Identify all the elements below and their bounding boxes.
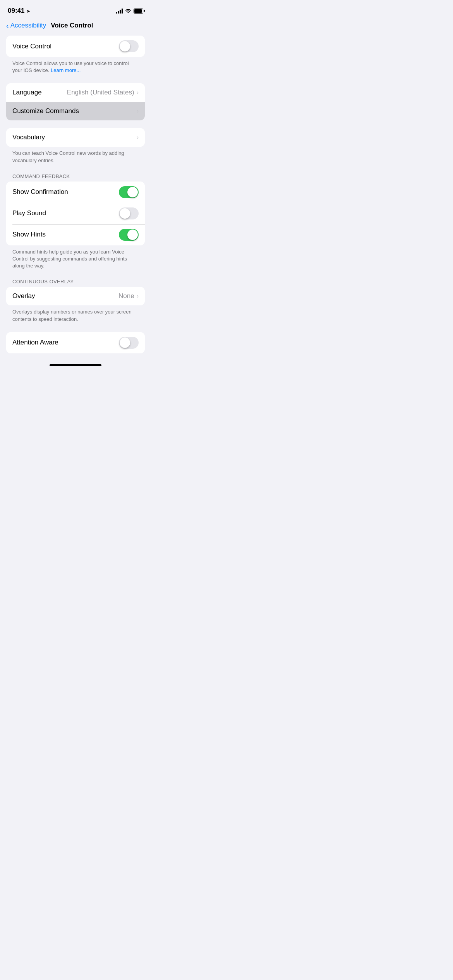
vocabulary-section: Vocabulary › You can teach Voice Control… [6,128,145,165]
voice-control-toggle[interactable] [119,40,139,52]
attention-aware-label: Attention Aware [12,339,58,346]
overlay-value: None [118,292,134,300]
attention-aware-toggle[interactable] [119,337,139,349]
back-label: Accessibility [10,22,46,29]
language-label: Language [12,89,42,96]
overlay-row[interactable]: Overlay None › [6,287,145,305]
attention-aware-card: Attention Aware [6,332,145,353]
signal-icon [116,8,123,14]
back-button[interactable]: ‹ Accessibility [6,22,46,29]
vocabulary-chevron-area: › [137,134,139,141]
overlay-chevron-icon: › [137,293,139,300]
language-chevron-icon: › [137,89,139,96]
show-hints-row: Show Hints [6,224,145,245]
status-time-area: 09:41 ➤ [8,7,30,15]
vocabulary-description: You can teach Voice Control new words by… [6,147,145,165]
vocabulary-row[interactable]: Vocabulary › [6,128,145,147]
learn-more-link[interactable]: Learn more... [51,67,81,73]
location-icon: ➤ [26,9,30,14]
wifi-icon [125,8,131,14]
show-confirmation-label: Show Confirmation [12,188,68,196]
play-sound-label: Play Sound [12,209,46,217]
command-feedback-section: COMMAND FEEDBACK Show Confirmation Play … [6,173,145,271]
customize-commands-row[interactable]: Customize Commands › [6,102,145,120]
status-time: 09:41 [8,7,24,14]
overlay-card: Overlay None › [6,287,145,305]
language-value: English (United States) [67,89,134,96]
hints-description: Command hints help guide you as you lear… [6,245,145,271]
customize-commands-label: Customize Commands [12,107,79,115]
overlay-value-area: None › [118,292,139,300]
language-row[interactable]: Language English (United States) › [6,83,145,102]
voice-control-row: Voice Control [6,36,145,57]
command-feedback-card: Show Confirmation Play Sound Show Hints [6,182,145,245]
show-hints-label: Show Hints [12,231,46,238]
customize-chevron-area: › [137,108,139,115]
page-title: Voice Control [51,22,93,29]
continuous-overlay-label: CONTINUOUS OVERLAY [12,279,145,284]
command-feedback-label: COMMAND FEEDBACK [12,173,145,179]
language-value-area: English (United States) › [67,89,139,96]
play-sound-toggle[interactable] [119,207,139,219]
overlay-description: Overlays display numbers or names over y… [6,305,145,324]
play-sound-row: Play Sound [6,203,145,224]
language-section: Language English (United States) › Custo… [6,83,145,120]
vocabulary-label: Vocabulary [12,134,45,141]
customize-chevron-icon: › [137,108,139,115]
vocabulary-chevron-icon: › [137,134,139,141]
show-confirmation-row: Show Confirmation [6,182,145,203]
overlay-label: Overlay [12,292,35,300]
back-chevron-icon: ‹ [6,22,9,29]
continuous-overlay-section: CONTINUOUS OVERLAY Overlay None › Overla… [6,279,145,324]
vocabulary-card: Vocabulary › [6,128,145,147]
home-indicator-area [0,361,151,368]
voice-control-label: Voice Control [12,43,51,50]
show-hints-toggle[interactable] [119,229,139,241]
attention-aware-section: Attention Aware [6,332,145,353]
voice-control-card: Voice Control [6,36,145,57]
voice-control-description: Voice Control allows you to use your voi… [6,57,145,75]
language-card: Language English (United States) › Custo… [6,83,145,120]
battery-icon [134,9,143,14]
status-icons [116,8,143,14]
nav-header: ‹ Accessibility Voice Control [0,19,151,36]
attention-aware-row: Attention Aware [6,332,145,353]
voice-control-section: Voice Control Voice Control allows you t… [6,36,145,75]
show-confirmation-toggle[interactable] [119,186,139,198]
status-bar: 09:41 ➤ [0,0,151,19]
home-indicator [50,364,101,366]
